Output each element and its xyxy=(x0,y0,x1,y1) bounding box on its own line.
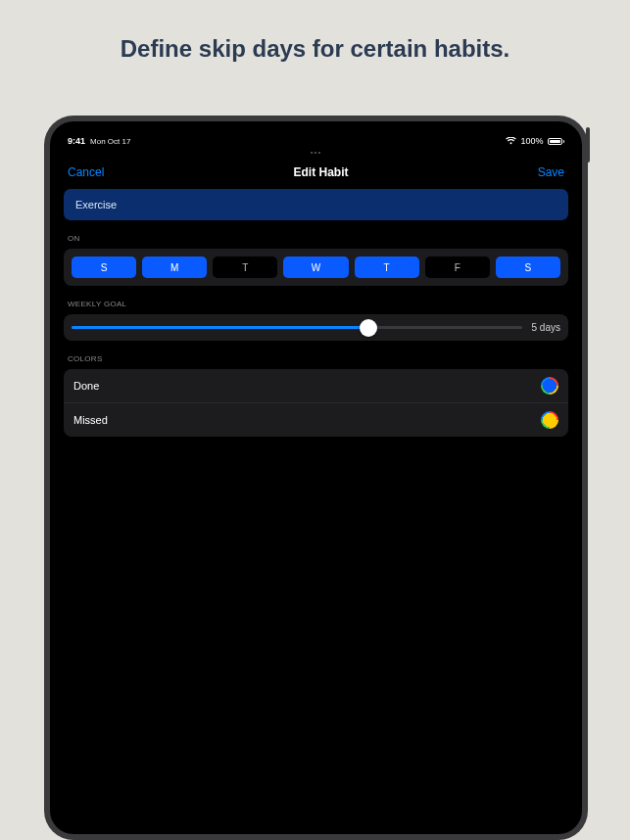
color-row-done[interactable]: Done xyxy=(64,369,568,402)
day-toggle-fri[interactable]: F xyxy=(425,257,490,278)
status-date: Mon Oct 17 xyxy=(90,137,130,146)
cancel-button[interactable]: Cancel xyxy=(68,165,104,179)
color-label-missed: Missed xyxy=(73,414,108,426)
wifi-icon xyxy=(506,137,516,145)
day-toggle-tue[interactable]: T xyxy=(213,257,277,278)
day-toggle-mon[interactable]: M xyxy=(142,257,207,278)
habit-name-input[interactable] xyxy=(64,189,568,220)
device-frame: 9:41 Mon Oct 17 100% ••• Cancel Edit Hab… xyxy=(44,116,588,840)
day-toggle-wed[interactable]: W xyxy=(283,257,348,278)
weekly-goal-value: 5 days xyxy=(532,322,560,333)
color-swatch-done[interactable] xyxy=(541,377,558,395)
slider-thumb-icon[interactable] xyxy=(360,319,377,337)
weekly-goal-slider[interactable] xyxy=(72,326,522,329)
save-button[interactable]: Save xyxy=(538,165,564,179)
days-panel: S M T W T F S xyxy=(64,249,568,286)
marketing-headline: Define skip days for certain habits. xyxy=(0,0,630,63)
battery-icon xyxy=(548,138,565,145)
day-toggle-thu[interactable]: T xyxy=(355,257,419,278)
color-swatch-missed[interactable] xyxy=(541,411,558,429)
nav-bar: Cancel Edit Habit Save xyxy=(54,156,578,187)
page-title: Edit Habit xyxy=(294,165,349,179)
section-label-colors: COLORS xyxy=(68,354,564,363)
days-row: S M T W T F S xyxy=(72,257,560,278)
color-row-missed[interactable]: Missed xyxy=(64,402,568,437)
colors-panel: Done Missed xyxy=(64,369,568,437)
battery-percent: 100% xyxy=(520,136,543,146)
color-label-done: Done xyxy=(73,380,99,392)
section-label-on: ON xyxy=(68,234,564,243)
day-toggle-sat[interactable]: S xyxy=(496,257,560,278)
section-label-weekly-goal: WEEKLY GOAL xyxy=(68,300,564,308)
screen: 9:41 Mon Oct 17 100% ••• Cancel Edit Hab… xyxy=(50,121,582,834)
weekly-goal-panel: 5 days xyxy=(64,314,568,341)
day-toggle-sun[interactable]: S xyxy=(72,257,136,278)
status-bar: 9:41 Mon Oct 17 100% xyxy=(54,131,578,149)
status-time: 9:41 xyxy=(68,136,85,146)
